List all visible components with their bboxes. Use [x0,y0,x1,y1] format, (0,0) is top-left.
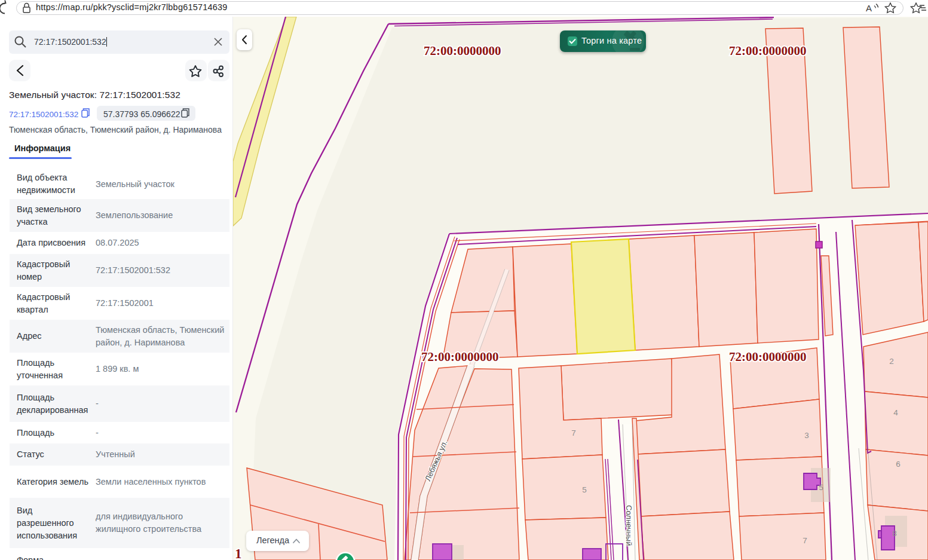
svg-text:72:00:0000000: 72:00:0000000 [729,44,807,58]
svg-text:72:00:0000000: 72:00:0000000 [424,44,501,58]
svg-text:7: 7 [571,429,576,437]
svg-text:2: 2 [889,357,894,366]
svg-text:72:00:0000000: 72:00:0000000 [729,350,807,364]
svg-text:5: 5 [819,483,823,492]
svg-text:6: 6 [896,460,901,469]
svg-text:5: 5 [582,485,587,494]
svg-text:4: 4 [893,408,898,417]
svg-text:3: 3 [804,431,809,440]
svg-text:1: 1 [235,546,242,560]
svg-text:A: A [866,3,872,13]
svg-text:8: 8 [892,529,897,538]
svg-text:72:00:0000000: 72:00:0000000 [421,350,499,364]
svg-text:Солнечный: Солнечный [624,505,633,546]
svg-text:7: 7 [803,536,807,545]
